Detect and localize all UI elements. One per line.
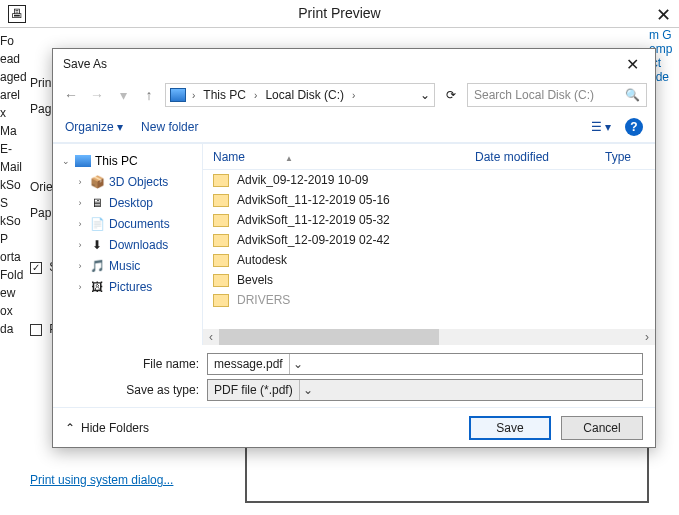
- hide-folders-button[interactable]: ⌃ Hide Folders: [65, 421, 149, 435]
- address-bar[interactable]: › This PC › Local Disk (C:) › ⌄: [165, 83, 435, 107]
- print-preview-title: Print Preview: [0, 5, 679, 21]
- organize-button[interactable]: Organize ▾: [65, 120, 123, 134]
- scroll-thumb[interactable]: [219, 329, 439, 345]
- expand-icon[interactable]: ›: [75, 219, 85, 229]
- tree-label: Pictures: [109, 280, 152, 294]
- close-icon[interactable]: ✕: [620, 55, 645, 74]
- chevron-down-icon: ▾: [117, 120, 123, 134]
- folder-type-icon: 🎵: [89, 259, 105, 273]
- chevron-down-icon[interactable]: ⌄: [289, 354, 307, 374]
- expand-icon[interactable]: ›: [75, 261, 85, 271]
- folder-icon: [213, 274, 229, 287]
- chevron-right-icon[interactable]: ›: [350, 90, 357, 101]
- tree-item[interactable]: ›📦3D Objects: [57, 171, 198, 192]
- bg-left-fragments: FoeadagedarelxMaE-MailkSoSkSoPortaFoldew…: [0, 28, 28, 338]
- row-name: AdvikSoft_11-12-2019 05-32: [237, 213, 655, 227]
- checkbox-icon[interactable]: [30, 324, 42, 336]
- file-name-label: File name:: [113, 357, 199, 371]
- save-as-dialog: Save As ✕ ← → ▾ ↑ › This PC › Local Disk…: [52, 48, 656, 448]
- chevron-down-icon[interactable]: ⌄: [299, 380, 317, 400]
- folder-type-icon: 📦: [89, 175, 105, 189]
- view-mode-button[interactable]: ☰ ▾: [591, 120, 611, 134]
- tree-item[interactable]: ›🎵Music: [57, 255, 198, 276]
- expand-icon[interactable]: ⌄: [61, 156, 71, 166]
- view-icon: ☰: [591, 120, 602, 134]
- folder-tree: ⌄ This PC ›📦3D Objects›🖥Desktop›📄Documen…: [53, 144, 203, 345]
- hide-folders-label: Hide Folders: [81, 421, 149, 435]
- table-row[interactable]: AdvikSoft_11-12-2019 05-3211-Dec-19 5:32…: [203, 210, 655, 230]
- table-row[interactable]: DRIVERS27-Jun-16 6:48 PMFile fol: [203, 290, 655, 310]
- expand-icon[interactable]: ›: [75, 240, 85, 250]
- file-name-input[interactable]: message.pdf ⌄: [207, 353, 643, 375]
- col-name[interactable]: Name▲: [213, 150, 475, 164]
- table-row[interactable]: Bevels05-Dec-16 10:44 PMFile fol: [203, 270, 655, 290]
- print-option-labels: PrinPagOriePap: [30, 70, 53, 226]
- dialog-title: Save As: [63, 57, 107, 71]
- table-row[interactable]: AdvikSoft_11-12-2019 05-1611-Dec-19 5:17…: [203, 190, 655, 210]
- nav-forward-icon[interactable]: →: [87, 87, 107, 103]
- chevron-right-icon[interactable]: ›: [190, 90, 197, 101]
- save-button[interactable]: Save: [469, 416, 551, 440]
- table-row[interactable]: Autodesk12-Nov-16 12:12 AFile fol: [203, 250, 655, 270]
- search-placeholder: Search Local Disk (C:): [474, 88, 594, 102]
- breadcrumb-seg[interactable]: This PC: [201, 88, 248, 102]
- pc-icon: [75, 155, 91, 167]
- file-name-value: message.pdf: [214, 357, 283, 371]
- folder-icon: [213, 234, 229, 247]
- cancel-button[interactable]: Cancel: [561, 416, 643, 440]
- save-type-label: Save as type:: [113, 383, 199, 397]
- row-name: AdvikSoft_11-12-2019 05-16: [237, 193, 655, 207]
- addr-dropdown-icon[interactable]: ⌄: [420, 88, 430, 102]
- table-row[interactable]: AdvikSoft_12-09-2019 02-4209-Dec-19 2:43…: [203, 230, 655, 250]
- col-type[interactable]: Type: [605, 150, 655, 164]
- file-list: Name▲ Date modified Type Advik_09-12-201…: [203, 144, 655, 345]
- tree-item[interactable]: ›📄Documents: [57, 213, 198, 234]
- print-system-dialog-link[interactable]: Print using system dialog...: [30, 473, 173, 487]
- help-icon[interactable]: ?: [625, 118, 643, 136]
- expand-icon[interactable]: ›: [75, 177, 85, 187]
- nav-back-icon[interactable]: ←: [61, 87, 81, 103]
- tree-label: Desktop: [109, 196, 153, 210]
- folder-type-icon: 🖼: [89, 280, 105, 294]
- refresh-icon[interactable]: ⟳: [441, 88, 461, 102]
- search-icon: 🔍: [625, 88, 640, 102]
- close-icon[interactable]: ✕: [656, 4, 671, 26]
- chevron-down-icon: ▾: [605, 120, 611, 134]
- tree-label: This PC: [95, 154, 138, 168]
- breadcrumb-seg[interactable]: Local Disk (C:): [263, 88, 346, 102]
- row-name: Autodesk: [237, 253, 655, 267]
- sort-asc-icon: ▲: [285, 154, 293, 163]
- folder-icon: [213, 254, 229, 267]
- save-type-value: PDF file (*.pdf): [214, 383, 293, 397]
- save-type-select[interactable]: PDF file (*.pdf) ⌄: [207, 379, 643, 401]
- horizontal-scrollbar[interactable]: ‹ ›: [203, 329, 655, 345]
- row-name: AdvikSoft_12-09-2019 02-42: [237, 233, 655, 247]
- table-row[interactable]: Advik_09-12-2019 10-0909-Dec-19 10:09 PM…: [203, 170, 655, 190]
- folder-icon: [213, 174, 229, 187]
- chevron-up-icon: ⌃: [65, 421, 75, 435]
- tree-label: Documents: [109, 217, 170, 231]
- row-name: Bevels: [237, 273, 655, 287]
- folder-type-icon: 📄: [89, 217, 105, 231]
- expand-icon[interactable]: ›: [75, 282, 85, 292]
- folder-icon: [213, 294, 229, 307]
- tree-item[interactable]: ›⬇Downloads: [57, 234, 198, 255]
- tree-label: 3D Objects: [109, 175, 168, 189]
- col-date[interactable]: Date modified: [475, 150, 605, 164]
- chevron-right-icon[interactable]: ›: [252, 90, 259, 101]
- new-folder-button[interactable]: New folder: [141, 120, 198, 134]
- nav-up-icon[interactable]: ↑: [139, 87, 159, 103]
- folder-icon: [213, 194, 229, 207]
- folder-type-icon: ⬇: [89, 238, 105, 252]
- checkbox-icon[interactable]: [30, 262, 42, 274]
- search-input[interactable]: Search Local Disk (C:) 🔍: [467, 83, 647, 107]
- pc-icon: [170, 88, 186, 102]
- tree-label: Downloads: [109, 238, 168, 252]
- tree-item[interactable]: ›🖼Pictures: [57, 276, 198, 297]
- scroll-left-icon[interactable]: ‹: [203, 330, 219, 344]
- tree-item[interactable]: ›🖥Desktop: [57, 192, 198, 213]
- scroll-right-icon[interactable]: ›: [639, 330, 655, 344]
- tree-this-pc[interactable]: ⌄ This PC: [57, 150, 198, 171]
- nav-recent-icon[interactable]: ▾: [113, 87, 133, 103]
- expand-icon[interactable]: ›: [75, 198, 85, 208]
